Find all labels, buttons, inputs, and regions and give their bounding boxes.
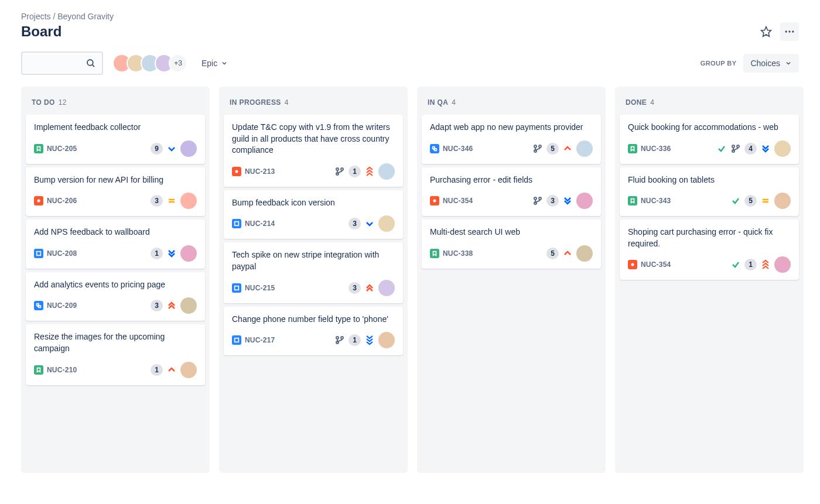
group-by-value: Choices [750, 59, 780, 68]
svg-rect-17 [235, 286, 239, 290]
issue-type-bug-icon [232, 167, 241, 176]
issue-type-bug-icon [34, 196, 43, 205]
assignee-avatar[interactable] [576, 245, 593, 262]
issue-type-task-icon [232, 283, 241, 293]
issue-card[interactable]: Shoping cart purchasing error - quick fi… [620, 220, 799, 280]
issue-type-task-icon [232, 335, 241, 345]
board-column: IN PROGRESS4 Update T&C copy with v1.9 f… [219, 87, 408, 473]
breadcrumb-project[interactable]: Beyond Gravity [57, 12, 114, 21]
assignee-avatar[interactable] [378, 163, 395, 180]
assignee-avatar[interactable] [576, 193, 593, 209]
issue-card[interactable]: Bump version for new API for billing NUC… [26, 167, 205, 217]
issue-type-task-icon [34, 249, 43, 258]
story-points-badge: 1 [151, 364, 163, 376]
board-column: TO DO12 Implement feedback collector NUC… [21, 87, 210, 473]
issue-card[interactable]: Purchasing error - edit fields NUC-354 3 [422, 167, 601, 217]
more-icon [784, 26, 795, 37]
assignee-avatar[interactable] [180, 245, 197, 262]
svg-point-31 [732, 145, 734, 148]
story-points-badge: 5 [546, 143, 559, 155]
assignee-avatar[interactable] [180, 362, 197, 378]
svg-marker-0 [761, 27, 771, 37]
priority-lowest-icon [166, 248, 177, 259]
page-title: Board [21, 23, 62, 40]
svg-point-6 [37, 200, 40, 203]
issue-card[interactable]: Tech spike on new stripe integration wit… [224, 242, 403, 303]
column-count: 4 [650, 98, 654, 107]
issue-type-story-icon [34, 365, 43, 375]
card-title: Quick booking for accommodations - web [628, 122, 791, 133]
story-points-badge: 3 [348, 282, 361, 294]
assignee-avatar[interactable] [774, 193, 791, 209]
assignee-avatar[interactable] [774, 256, 791, 273]
check-icon [730, 196, 741, 206]
assignee-avatar[interactable] [378, 280, 395, 296]
board-column: IN QA4 Adapt web app no new payments pro… [417, 87, 606, 473]
card-title: Add analytics events to pricing page [34, 279, 197, 291]
issue-card[interactable]: Change phone number field type to 'phone… [224, 307, 403, 356]
branch-icon [334, 335, 345, 345]
issue-card[interactable]: Resize the images for the upcoming campa… [26, 324, 205, 385]
issue-key: NUC-215 [245, 284, 275, 292]
story-points-badge: 3 [348, 218, 361, 229]
epic-filter[interactable]: Epic [197, 54, 233, 73]
group-by-select[interactable]: Choices [743, 54, 799, 73]
issue-key: NUC-214 [245, 220, 275, 228]
priority-medium-icon [562, 143, 573, 154]
column-name: IN QA [428, 98, 448, 107]
assignee-avatar[interactable] [180, 140, 197, 157]
issue-type-bug-icon [628, 260, 637, 269]
priority-low-icon [364, 218, 375, 229]
issue-card[interactable]: Fluid booking on tablets NUC-343 5 [620, 167, 799, 217]
story-points-badge: 1 [744, 259, 757, 270]
issue-key: NUC-209 [47, 301, 77, 310]
svg-point-36 [631, 263, 634, 266]
column-name: DONE [626, 98, 647, 107]
assignee-avatar[interactable] [378, 332, 395, 348]
issue-key: NUC-213 [245, 167, 275, 176]
svg-point-24 [534, 145, 537, 148]
assignee-avatar[interactable] [576, 140, 593, 157]
issue-card[interactable]: Multi-dest search UI web NUC-338 5 [422, 220, 601, 269]
issue-card[interactable]: Add NPS feedback to wallboard NUC-208 1 [26, 220, 205, 269]
card-title: Multi-dest search UI web [430, 227, 593, 238]
avatar-stack[interactable]: +3 [112, 54, 187, 73]
issue-key: NUC-338 [443, 249, 473, 258]
issue-card[interactable]: Adapt web app no new payments provider N… [422, 115, 601, 164]
svg-point-13 [336, 168, 339, 170]
breadcrumb-root[interactable]: Projects [21, 12, 51, 21]
column-count: 4 [285, 98, 289, 107]
issue-card[interactable]: Quick booking for accommodations - web N… [620, 115, 799, 164]
svg-rect-16 [235, 222, 239, 226]
star-button[interactable] [757, 22, 775, 41]
assignee-avatar[interactable] [180, 297, 197, 314]
issue-type-bug-icon [430, 196, 439, 205]
svg-point-1 [785, 30, 787, 32]
card-title: Shoping cart purchasing error - quick fi… [628, 227, 791, 249]
issue-card[interactable]: Bump feedback icon version NUC-214 3 [224, 190, 403, 239]
svg-point-20 [341, 337, 343, 339]
priority-highest-icon [364, 166, 375, 177]
issue-key: NUC-346 [443, 145, 473, 153]
story-points-badge: 5 [546, 248, 559, 259]
issue-card[interactable]: Update T&C copy with v1.9 from the write… [224, 115, 403, 187]
svg-line-5 [93, 65, 94, 67]
search-icon [86, 58, 96, 68]
more-button[interactable] [780, 22, 799, 41]
branch-icon [730, 143, 741, 154]
issue-card[interactable]: Add analytics events to pricing page NUC… [26, 272, 205, 321]
avatar-overflow[interactable]: +3 [169, 54, 187, 73]
issue-type-subtask-icon [430, 144, 439, 153]
branch-icon [334, 166, 345, 177]
assignee-avatar[interactable] [774, 140, 791, 157]
assignee-avatar[interactable] [180, 193, 197, 209]
story-points-badge: 3 [151, 195, 163, 207]
search-input[interactable] [21, 52, 103, 75]
svg-point-4 [87, 60, 93, 66]
issue-card[interactable]: Implement feedback collector NUC-205 9 [26, 115, 205, 164]
board-column: DONE4 Quick booking for accommodations -… [615, 87, 804, 473]
assignee-avatar[interactable] [378, 215, 395, 232]
issue-key: NUC-206 [47, 197, 77, 205]
svg-point-14 [341, 168, 343, 170]
story-points-badge: 9 [151, 143, 163, 155]
